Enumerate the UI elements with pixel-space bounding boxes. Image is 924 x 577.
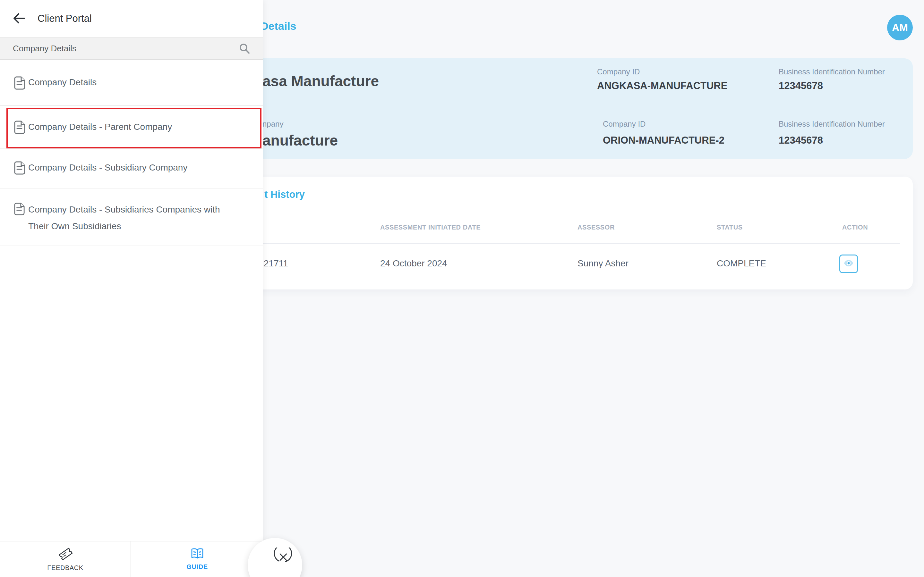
sidebar-item-parent-company[interactable]: Company Details - Parent Company	[0, 106, 263, 149]
sidebar-item-label: Company Details - Parent Company	[28, 119, 172, 135]
bin-label-row1: Business Identification Number	[779, 67, 885, 76]
company-id-value-row1: ANGKASA-MANUFACTURE	[597, 80, 727, 92]
column-header-initiated-date: ASSESSMENT INITIATED DATE	[380, 224, 481, 231]
feedback-button[interactable]: FEEDBACK	[0, 542, 131, 577]
sidebar-footer: FEEDBACK GUIDE	[0, 541, 263, 577]
search-icon	[239, 43, 250, 55]
company-type-label-row2: npany	[262, 119, 283, 129]
bin-value-row1: 12345678	[779, 80, 823, 92]
bin-label-row2: Business Identification Number	[779, 119, 885, 129]
column-header-action: ACTION	[842, 224, 868, 231]
document-icon	[14, 76, 26, 91]
row-status-badge: COMPLETE	[717, 258, 766, 269]
sidebar-title: Client Portal	[37, 13, 92, 24]
back-arrow-icon	[13, 19, 25, 25]
sidebar-item-company-details[interactable]: Company Details	[0, 60, 263, 106]
sidebar-item-label: Company Details - Subsidiaries Companies…	[28, 201, 230, 235]
company-id-label-row1: Company ID	[597, 67, 640, 76]
bin-value-row2: 12345678	[779, 135, 823, 146]
avatar-initials: AM	[892, 22, 908, 34]
back-button[interactable]	[13, 13, 25, 24]
search-input[interactable]	[13, 37, 231, 59]
company-name-row2: anufacture	[262, 132, 338, 149]
view-assessment-button[interactable]	[839, 255, 858, 273]
company-id-value-row2: ORION-MANUFACTURE-2	[603, 135, 724, 146]
document-icon	[14, 161, 26, 176]
eye-icon	[844, 259, 853, 268]
avatar[interactable]: AM	[887, 15, 913, 40]
sidebar-item-subsidiary-company[interactable]: Company Details - Subsidiary Company	[0, 149, 263, 189]
feedback-ticket-icon	[58, 547, 73, 561]
row-assessor: Sunny Asher	[577, 258, 628, 269]
column-header-status: STATUS	[717, 224, 743, 231]
row-assessment-id: 21711	[264, 258, 288, 269]
document-icon	[14, 121, 26, 135]
assessment-history-title: t History	[264, 189, 305, 200]
company-id-label-row2: Company ID	[603, 119, 646, 129]
row-initiated-date: 24 October 2024	[380, 258, 447, 269]
feedback-label: FEEDBACK	[47, 564, 83, 572]
sidebar-item-label: Company Details	[28, 74, 97, 91]
guide-book-icon	[191, 548, 204, 560]
client-portal-sidebar: Client Portal Company Details	[0, 0, 263, 577]
document-icon	[14, 203, 25, 217]
page-title: Details	[260, 20, 296, 32]
search-bar	[0, 37, 263, 60]
sidebar-item-subsidiaries-own-subsidiaries[interactable]: Company Details - Subsidiaries Companies…	[0, 189, 263, 246]
sidebar-item-label: Company Details - Subsidiary Company	[28, 159, 187, 176]
guide-label: GUIDE	[186, 563, 208, 571]
company-name-row1: asa Manufacture	[262, 73, 379, 90]
column-header-assessor: ASSESSOR	[577, 224, 615, 231]
guide-button[interactable]: GUIDE	[131, 542, 263, 577]
